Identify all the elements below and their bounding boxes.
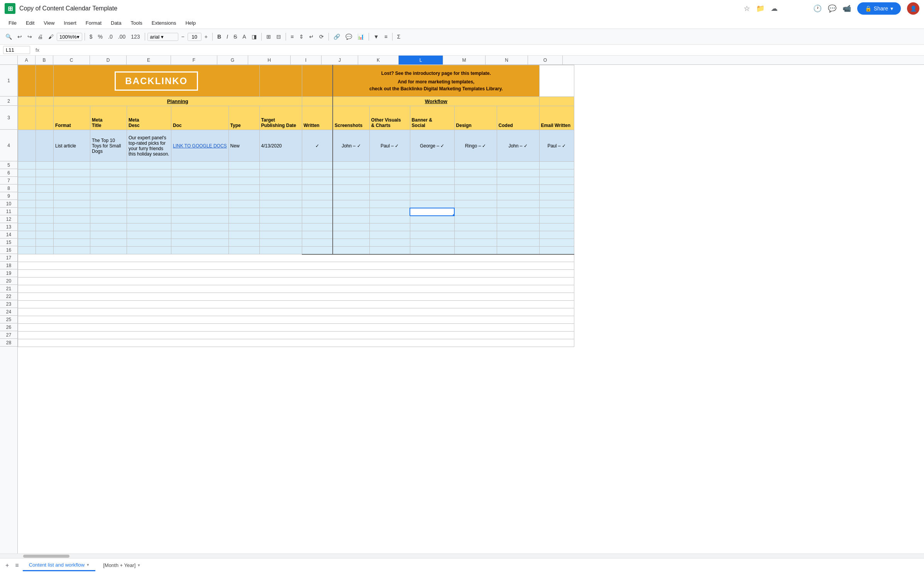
meet-icon[interactable]: 📹 xyxy=(843,4,851,13)
cell-H3[interactable]: TargetPublishing Date xyxy=(259,106,302,130)
cell-M5[interactable] xyxy=(454,162,497,169)
row-num-7[interactable]: 7 xyxy=(0,177,17,184)
cell-A2[interactable] xyxy=(18,97,36,106)
cloud-icon[interactable]: ☁ xyxy=(771,4,778,13)
inc-dec-button[interactable]: .00 xyxy=(116,32,128,41)
cell-D4[interactable]: The Top 10 Toys for Small Dogs xyxy=(90,130,127,162)
cell-logo[interactable]: BACKLINKО xyxy=(54,65,260,97)
italic-button[interactable]: I xyxy=(224,32,230,41)
row-num-8[interactable]: 8 xyxy=(0,184,17,192)
borders-button[interactable]: ⊞ xyxy=(264,32,273,41)
cell-O3[interactable]: Email Written xyxy=(539,106,574,130)
scrollbar-thumb[interactable] xyxy=(23,555,69,558)
move-icon[interactable]: 📁 xyxy=(756,4,765,13)
row-num-11[interactable]: 11 xyxy=(0,208,17,215)
cell-L11-selected[interactable] xyxy=(410,208,454,216)
print-button[interactable]: 🖨 xyxy=(35,32,45,41)
link-button[interactable]: 🔗 xyxy=(331,32,342,41)
row-num-20[interactable]: 20 xyxy=(0,277,17,285)
cell-L5[interactable] xyxy=(410,162,454,169)
col-header-B[interactable]: B xyxy=(36,56,53,64)
merge-button[interactable]: ⊟ xyxy=(274,32,283,41)
row-num-3[interactable]: 3 xyxy=(0,106,17,130)
cell-H4[interactable]: 4/13/2020 xyxy=(259,130,302,162)
row-num-22[interactable]: 22 xyxy=(0,293,17,300)
font-size-minus[interactable]: − xyxy=(179,32,187,41)
cell-D3[interactable]: MetaTitle xyxy=(90,106,127,130)
horizontal-scrollbar[interactable] xyxy=(0,553,924,558)
star-icon[interactable]: ☆ xyxy=(744,4,750,13)
doc-title[interactable]: Copy of Content Calendar Template xyxy=(19,5,740,12)
col-header-N[interactable]: N xyxy=(486,56,528,64)
col-header-A[interactable]: A xyxy=(18,56,36,64)
cell-A3[interactable] xyxy=(18,106,36,130)
col-header-K[interactable]: K xyxy=(358,56,399,64)
cell-B5[interactable] xyxy=(36,162,54,169)
row-num-21[interactable]: 21 xyxy=(0,285,17,293)
user-avatar[interactable]: 👤 xyxy=(907,2,919,15)
zoom-selector[interactable]: 100% %▾ xyxy=(57,33,82,41)
cell-A5[interactable] xyxy=(18,162,36,169)
text-wrap-button[interactable]: ↵ xyxy=(307,32,316,41)
share-button[interactable]: 🔒 Share ▾ xyxy=(857,2,901,15)
cell-C4[interactable]: List article xyxy=(54,130,90,162)
menu-format[interactable]: Format xyxy=(82,19,105,27)
menu-view[interactable]: View xyxy=(40,19,58,27)
row-num-6[interactable]: 6 xyxy=(0,169,17,177)
cell-I2[interactable] xyxy=(302,97,333,106)
row-num-4[interactable]: 4 xyxy=(0,130,17,161)
cell-K5[interactable] xyxy=(369,162,410,169)
col-header-O[interactable]: O xyxy=(528,56,563,64)
cell-K4[interactable]: Paul – ✓ xyxy=(369,130,410,162)
fill-color-button[interactable]: ◨ xyxy=(249,32,259,41)
cell-L3[interactable]: Banner &Social xyxy=(410,106,454,130)
cell-J4[interactable]: John – ✓ xyxy=(333,130,369,162)
cell-planning[interactable]: Planning xyxy=(54,97,302,106)
cell-B4[interactable] xyxy=(36,130,54,162)
row-num-10[interactable]: 10 xyxy=(0,200,17,208)
row-num-24[interactable]: 24 xyxy=(0,308,17,316)
sum-button[interactable]: Σ xyxy=(395,32,403,41)
row-num-28[interactable]: 28 xyxy=(0,339,17,347)
cell-I3[interactable]: Written xyxy=(302,106,333,130)
cell-H5[interactable] xyxy=(259,162,302,169)
cell-B2[interactable] xyxy=(36,97,54,106)
cell-A1[interactable] xyxy=(18,65,36,97)
row-num-25[interactable]: 25 xyxy=(0,316,17,323)
text-color-button[interactable]: A xyxy=(240,32,248,41)
row-num-2[interactable]: 2 xyxy=(0,96,17,106)
menu-file[interactable]: File xyxy=(5,19,20,27)
cell-B1[interactable] xyxy=(36,65,54,97)
search-button[interactable]: 🔍 xyxy=(3,32,14,41)
cell-F4[interactable]: LINK TO GOOGLE DOCS xyxy=(171,130,229,162)
format-123-button[interactable]: 123 xyxy=(129,32,142,41)
row-num-5[interactable]: 5 xyxy=(0,161,17,169)
cell-G4[interactable]: New xyxy=(228,130,259,162)
row-num-19[interactable]: 19 xyxy=(0,269,17,277)
comment-btn[interactable]: 💬 xyxy=(343,32,354,41)
col-header-H[interactable]: H xyxy=(248,56,291,64)
cell-B3[interactable] xyxy=(36,106,54,130)
row-num-13[interactable]: 13 xyxy=(0,223,17,231)
row-num-17[interactable]: 17 xyxy=(0,254,17,262)
row-num-14[interactable]: 14 xyxy=(0,231,17,239)
text-rotate-button[interactable]: ⟳ xyxy=(317,32,326,41)
row-num-23[interactable]: 23 xyxy=(0,300,17,308)
paint-format-button[interactable]: 🖌 xyxy=(46,32,56,41)
menu-insert[interactable]: Insert xyxy=(60,19,80,27)
tab-content-list[interactable]: Content list and workflow ▾ xyxy=(23,560,96,571)
cell-O4[interactable]: Paul – ✓ xyxy=(539,130,574,162)
filter-button[interactable]: ▼ xyxy=(371,32,381,41)
col-header-J[interactable]: J xyxy=(322,56,358,64)
cell-G3[interactable]: Type xyxy=(228,106,259,130)
cell-M4[interactable]: Ringo – ✓ xyxy=(454,130,497,162)
currency-button[interactable]: $ xyxy=(87,32,95,41)
tab-month-year[interactable]: [Month + Year] ▾ xyxy=(97,560,146,570)
cell-E4[interactable]: Our expert panel's top-rated picks for y… xyxy=(127,130,171,162)
cell-O1[interactable] xyxy=(539,65,574,97)
row-num-18[interactable]: 18 xyxy=(0,262,17,269)
cell-N4[interactable]: John – ✓ xyxy=(497,130,539,162)
filter-views-button[interactable]: ≡ xyxy=(382,32,390,41)
menu-tools[interactable]: Tools xyxy=(127,19,146,27)
cell-J5[interactable] xyxy=(333,162,369,169)
